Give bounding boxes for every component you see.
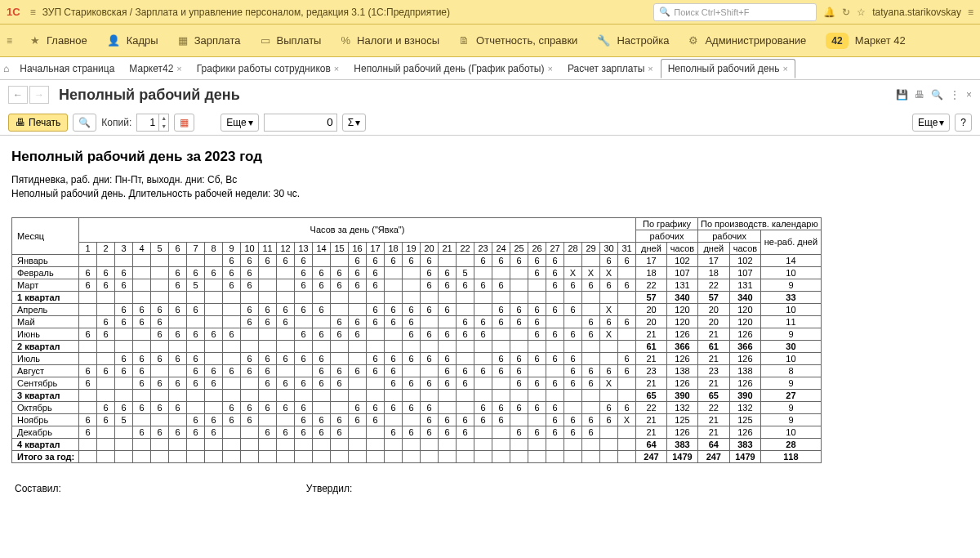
tab-raschet[interactable]: Расчет зарплаты× <box>560 59 661 78</box>
search-input[interactable]: 🔍 Поиск Ctrl+Shift+F <box>653 3 817 21</box>
menu-otchet[interactable]: 🗎Отчетность, справки <box>451 31 586 50</box>
star-icon[interactable]: ☆ <box>857 7 866 18</box>
spin-up[interactable]: ▲ <box>158 114 168 123</box>
sigma-button[interactable]: Σ ▾ <box>342 114 366 132</box>
close-icon[interactable]: × <box>176 64 181 74</box>
close-icon[interactable]: × <box>782 64 787 74</box>
sched-hours: 126 <box>667 426 698 438</box>
tab-home[interactable]: Начальная страница <box>12 59 122 78</box>
nonwork-days: 30 <box>761 340 821 352</box>
day-cell <box>133 413 151 426</box>
day-cell <box>403 364 421 377</box>
report-title: Неполный рабочий день за 2023 год <box>11 149 969 165</box>
day-cell <box>205 291 223 303</box>
search-doc-icon[interactable]: 🔍 <box>931 89 943 100</box>
menu-market42[interactable]: 42Маркет 42 <box>817 29 913 52</box>
menu-zarplata[interactable]: ▦Зарплата <box>170 31 249 50</box>
day-cell: 6 <box>349 413 367 426</box>
day-cell: 6 <box>169 279 187 291</box>
more-right-button[interactable]: Еще ▾ <box>912 114 950 132</box>
day-cell <box>277 389 295 401</box>
day-cell: 6 <box>187 377 205 389</box>
prod-hours: 1479 <box>729 450 761 462</box>
day-cell <box>349 291 367 303</box>
sections-icon[interactable]: ≡ <box>7 35 12 47</box>
close-page-icon[interactable]: × <box>966 89 972 100</box>
table-row: Декабрь66666666666666666666621 126 21 12… <box>12 426 822 438</box>
day-cell <box>223 450 241 462</box>
day-cell: 6 <box>295 413 313 426</box>
close-icon[interactable]: × <box>648 64 653 74</box>
menu-vyplaty[interactable]: ▭Выплаты <box>252 31 330 50</box>
day-cell: 6 <box>367 266 385 279</box>
logo-1c: 1C <box>7 6 20 18</box>
day-cell: 6 <box>259 364 277 377</box>
menu-nalogi[interactable]: %Налоги и взносы <box>332 31 448 50</box>
settings-button[interactable]: ▦ <box>174 114 194 132</box>
close-icon[interactable]: × <box>547 64 552 74</box>
day-cell: 6 <box>510 364 528 377</box>
day-cell: 6 <box>528 328 546 340</box>
nonwork-days: 9 <box>761 279 821 291</box>
tab-nepolnyy-den[interactable]: Неполный рабочий день× <box>661 59 795 78</box>
day-cell <box>457 352 474 364</box>
history-icon[interactable]: ↻ <box>842 7 850 18</box>
tab-nepolnyy-grafik[interactable]: Неполный рабочий день (График работы)× <box>346 59 560 78</box>
preview-button[interactable]: 🔍 <box>73 114 96 132</box>
menu-admin[interactable]: ⚙Администрирование <box>680 31 814 50</box>
day-cell <box>367 450 385 462</box>
day-cell: 6 <box>205 266 223 279</box>
bell-icon[interactable]: 🔔 <box>823 7 835 18</box>
tab-market42[interactable]: Маркет42× <box>122 59 189 78</box>
month-cell: Апрель <box>12 303 79 315</box>
day-cell <box>97 438 115 450</box>
day-cell: 6 <box>492 315 510 328</box>
day-cell <box>367 377 385 389</box>
sched-hours: 126 <box>667 377 698 389</box>
sign-row: Составил: Утвердил: <box>11 483 969 494</box>
prod-days: 17 <box>698 254 730 266</box>
day-cell <box>457 389 474 401</box>
more-button[interactable]: Еще ▾ <box>220 114 258 132</box>
print-icon[interactable]: 🖶 <box>915 89 924 100</box>
day-header: 25 <box>510 242 528 254</box>
sched-days: 61 <box>636 340 667 352</box>
spin-down[interactable]: ▼ <box>158 123 168 131</box>
col-schedule: По графику <box>636 217 698 230</box>
close-icon[interactable]: × <box>334 64 339 74</box>
day-cell <box>223 340 241 352</box>
tab-grafiki[interactable]: Графики работы сотрудников× <box>189 59 347 78</box>
day-cell <box>277 279 295 291</box>
menu-kadry[interactable]: 👤Кадры <box>99 31 167 50</box>
day-cell: 6 <box>385 426 403 438</box>
kebab-icon[interactable]: ⋮ <box>950 89 960 100</box>
save-icon[interactable]: 💾 <box>896 89 908 100</box>
day-cell: 6 <box>313 377 331 389</box>
day-cell: 6 <box>349 254 367 266</box>
day-cell <box>331 303 349 315</box>
help-button[interactable]: ? <box>955 114 972 132</box>
day-cell: 6 <box>421 328 439 340</box>
sched-hours: 340 <box>667 291 698 303</box>
menu-nastroyka[interactable]: 🔧Настройка <box>589 31 677 50</box>
nav-forward-button[interactable]: → <box>29 86 49 104</box>
number-input[interactable] <box>264 114 337 132</box>
copies-input[interactable]: 1 ▲▼ <box>136 114 169 132</box>
username[interactable]: tatyana.starikovskay <box>872 7 961 18</box>
menu-main[interactable]: ★Главное <box>22 31 96 50</box>
day-cell: 6 <box>528 315 546 328</box>
sched-days: 20 <box>636 303 667 315</box>
more-icon[interactable]: ≡ <box>968 7 973 18</box>
day-cell <box>205 279 223 291</box>
print-button[interactable]: 🖶Печать <box>8 114 68 132</box>
home-icon[interactable]: ⌂ <box>3 63 9 74</box>
day-cell: 6 <box>169 303 187 315</box>
day-cell <box>313 389 331 401</box>
day-cell <box>169 315 187 328</box>
day-cell <box>223 389 241 401</box>
menu-icon[interactable]: ≡ <box>30 7 36 18</box>
day-cell: 6 <box>474 254 492 266</box>
day-cell <box>259 389 277 401</box>
nav-back-button[interactable]: ← <box>8 86 28 104</box>
day-cell <box>421 389 439 401</box>
